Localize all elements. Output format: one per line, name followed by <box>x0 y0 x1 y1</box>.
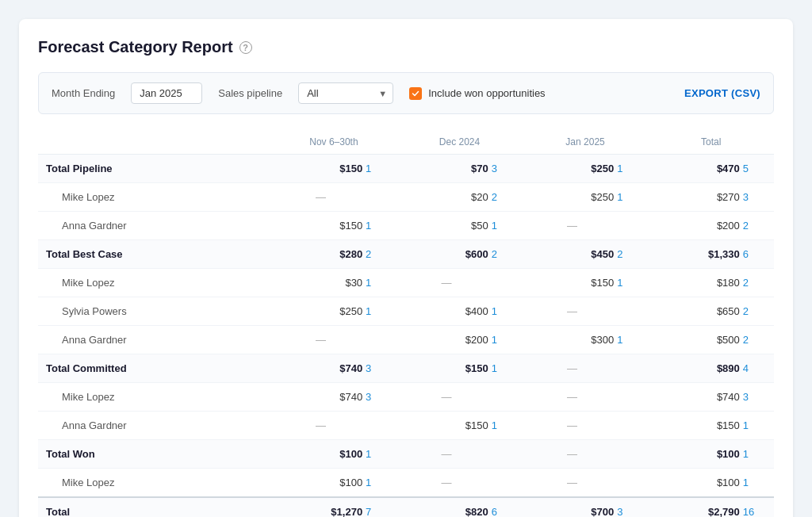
cell-count[interactable]: 1 <box>490 212 523 240</box>
cell-count[interactable]: 2 <box>741 212 774 240</box>
cell-count[interactable]: 1 <box>490 354 523 383</box>
cell-count[interactable]: 1 <box>615 155 648 183</box>
cell-amount: $740 <box>648 383 741 412</box>
cell-amount: — <box>271 326 364 354</box>
table-row: Total Best Case$2802$6002$4502$1,3306 <box>38 240 774 269</box>
cell-count[interactable]: 1 <box>364 297 396 326</box>
cell-amount: $740 <box>271 383 364 412</box>
row-label: Mike Lopez <box>38 269 271 297</box>
cell-count[interactable]: 1 <box>490 326 523 354</box>
cell-count[interactable]: 3 <box>364 383 396 412</box>
row-label-text: Anna Gardner <box>46 334 127 346</box>
cell-amount: $400 <box>396 297 489 326</box>
cell-count[interactable]: 3 <box>615 497 648 517</box>
table-row: Mike Lopez$7403——$7403 <box>38 383 774 412</box>
cell-amount: — <box>523 354 615 383</box>
cell-amount: $2,790 <box>648 497 741 517</box>
cell-amount: $150 <box>271 212 364 240</box>
cell-amount: $1,330 <box>648 240 741 269</box>
row-label-text: Mike Lopez <box>46 277 114 289</box>
cell-count[interactable]: 7 <box>364 497 396 517</box>
cell-count[interactable]: 2 <box>741 297 774 326</box>
include-won-checkbox[interactable] <box>409 87 422 100</box>
month-ending-input[interactable] <box>131 82 202 104</box>
table-row: Mike Lopez—$202$2501$2703 <box>38 183 774 212</box>
row-label: Total Best Case <box>38 240 271 269</box>
cell-amount: — <box>523 383 615 412</box>
row-label: Total <box>38 497 271 517</box>
cell-count[interactable]: 1 <box>615 183 648 212</box>
cell-amount: $30 <box>271 269 364 297</box>
cell-count[interactable]: 3 <box>741 183 774 212</box>
cell-amount: $300 <box>523 326 615 354</box>
cell-amount: $150 <box>396 354 489 383</box>
sales-pipeline-wrapper: All ▼ <box>298 82 393 104</box>
cell-count[interactable]: 2 <box>741 326 774 354</box>
cell-count[interactable]: 16 <box>741 497 774 517</box>
cell-count[interactable]: 6 <box>490 497 523 517</box>
cell-amount: $280 <box>271 240 364 269</box>
cell-count[interactable]: 2 <box>490 183 523 212</box>
row-label: Sylvia Powers <box>38 297 271 326</box>
cell-amount: $150 <box>396 412 489 440</box>
row-label-text: Mike Lopez <box>46 391 114 403</box>
cell-count[interactable]: 2 <box>741 269 774 297</box>
cell-amount: — <box>396 269 489 297</box>
cell-count[interactable]: 1 <box>741 469 774 498</box>
cell-count[interactable]: 1 <box>490 297 523 326</box>
row-label-text: Total <box>46 506 70 517</box>
table-row: Anna Gardner—$1501—$1501 <box>38 412 774 440</box>
cell-count[interactable]: 2 <box>615 240 648 269</box>
cell-count[interactable]: 1 <box>615 269 648 297</box>
cell-count[interactable]: 1 <box>364 469 396 498</box>
cell-count <box>615 412 648 440</box>
cell-count[interactable]: 1 <box>615 326 648 354</box>
cell-amount: $1,270 <box>271 497 364 517</box>
cell-count <box>364 183 396 212</box>
cell-count[interactable]: 1 <box>741 412 774 440</box>
row-label: Total Won <box>38 440 271 469</box>
cell-count[interactable]: 1 <box>364 440 396 469</box>
cell-count[interactable]: 1 <box>364 155 396 183</box>
cell-count[interactable]: 2 <box>490 240 523 269</box>
include-won-label: Include won opportunities <box>428 87 545 99</box>
cell-amount: $250 <box>271 297 364 326</box>
row-label: Total Pipeline <box>38 155 271 183</box>
cell-count <box>615 440 648 469</box>
cell-amount: $700 <box>523 497 615 517</box>
cell-count[interactable]: 3 <box>741 383 774 412</box>
cell-count <box>490 383 523 412</box>
cell-count[interactable]: 1 <box>490 412 523 440</box>
cell-count[interactable]: 1 <box>741 440 774 469</box>
help-icon[interactable]: ? <box>239 41 252 54</box>
cell-count[interactable]: 5 <box>741 155 774 183</box>
cell-amount: $50 <box>396 212 489 240</box>
cell-amount: — <box>523 297 615 326</box>
cell-amount: $100 <box>271 469 364 498</box>
row-label: Mike Lopez <box>38 469 271 498</box>
page-container: Forecast Category Report ? Month Ending … <box>19 19 793 517</box>
cell-amount: $600 <box>396 240 489 269</box>
forecast-table: Nov 6–30th Dec 2024 Jan 2025 Total Total… <box>38 130 774 517</box>
cell-count[interactable]: 1 <box>364 212 396 240</box>
cell-count[interactable]: 6 <box>741 240 774 269</box>
row-label-text: Anna Gardner <box>46 419 127 431</box>
cell-count <box>490 469 523 498</box>
cell-count[interactable]: 3 <box>364 354 396 383</box>
cell-count[interactable]: 1 <box>364 269 396 297</box>
cell-count[interactable]: 4 <box>741 354 774 383</box>
export-csv-button[interactable]: EXPORT (CSV) <box>684 87 760 99</box>
row-label: Anna Gardner <box>38 326 271 354</box>
sales-pipeline-label: Sales pipeline <box>218 87 282 99</box>
cell-amount: — <box>523 440 615 469</box>
cell-amount: $70 <box>396 155 489 183</box>
table-row: Mike Lopez$1001——$1001 <box>38 469 774 498</box>
cell-count <box>615 212 648 240</box>
sales-pipeline-select[interactable]: All <box>298 82 393 104</box>
cell-amount: $100 <box>648 469 741 498</box>
cell-amount: $100 <box>271 440 364 469</box>
cell-amount: $270 <box>648 183 741 212</box>
cell-count[interactable]: 2 <box>364 240 396 269</box>
table-row: Total Pipeline$1501$703$2501$4705 <box>38 155 774 183</box>
cell-count[interactable]: 3 <box>490 155 523 183</box>
